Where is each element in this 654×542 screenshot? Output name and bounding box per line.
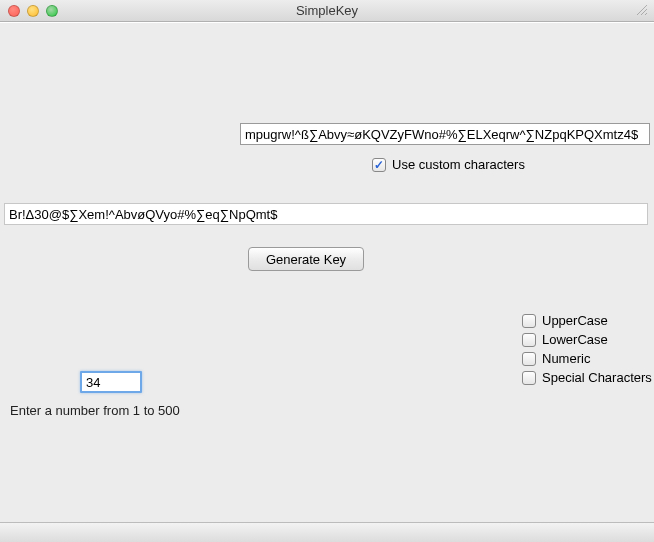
numeric-row: Numeric: [522, 351, 652, 366]
uppercase-row: UpperCase: [522, 313, 652, 328]
window-titlebar: SimpleKey: [0, 0, 654, 22]
minimize-icon[interactable]: [27, 5, 39, 17]
window-title: SimpleKey: [0, 3, 654, 18]
length-input[interactable]: [80, 371, 142, 393]
special-row: Special Characters: [522, 370, 652, 385]
use-custom-characters-checkbox[interactable]: [372, 158, 386, 172]
length-hint-label: Enter a number from 1 to 500: [10, 403, 180, 418]
numeric-checkbox[interactable]: [522, 352, 536, 366]
special-characters-label: Special Characters: [542, 370, 652, 385]
lowercase-label: LowerCase: [542, 332, 608, 347]
close-icon[interactable]: [8, 5, 20, 17]
zoom-icon[interactable]: [46, 5, 58, 17]
use-custom-characters-row: Use custom characters: [372, 157, 525, 172]
window-content: Use custom characters Generate Key Upper…: [0, 22, 654, 542]
bottom-bar: [0, 522, 654, 542]
lowercase-row: LowerCase: [522, 332, 652, 347]
use-custom-characters-label: Use custom characters: [392, 157, 525, 172]
character-options: UpperCase LowerCase Numeric Special Char…: [522, 313, 652, 385]
uppercase-checkbox[interactable]: [522, 314, 536, 328]
numeric-label: Numeric: [542, 351, 590, 366]
special-characters-checkbox[interactable]: [522, 371, 536, 385]
generated-key-output[interactable]: [4, 203, 648, 225]
lowercase-checkbox[interactable]: [522, 333, 536, 347]
custom-characters-input[interactable]: [240, 123, 650, 145]
uppercase-label: UpperCase: [542, 313, 608, 328]
traffic-lights: [0, 5, 58, 17]
resize-icon: [636, 4, 648, 16]
generate-key-button[interactable]: Generate Key: [248, 247, 364, 271]
